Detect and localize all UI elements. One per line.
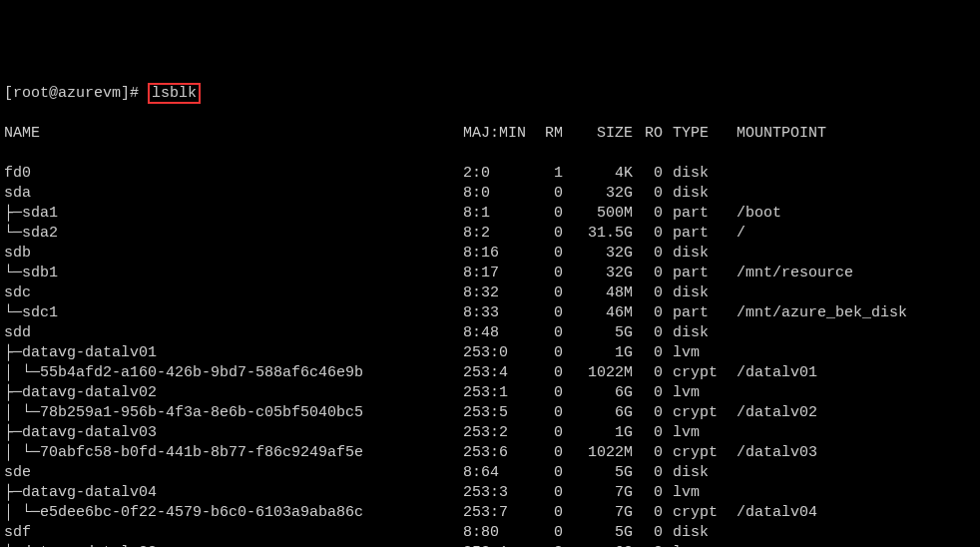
cell-rm: 0 (533, 283, 563, 303)
cell-majmin: 8:2 (463, 224, 533, 244)
cell-size: 32G (563, 244, 633, 264)
lsblk-row: │ └─55b4afd2-a160-426b-9bd7-588af6c46e9b… (4, 363, 976, 383)
cell-name: sda (4, 184, 463, 204)
cell-size: 500M (563, 204, 633, 224)
lsblk-row: ├─datavg-datalv02253:106G0lvm (4, 383, 976, 403)
cell-rm: 0 (533, 443, 563, 463)
cell-ro: 0 (633, 383, 663, 403)
lsblk-row: ├─datavg-datalv02253:106G0lvm (4, 543, 976, 547)
cell-mnt: /mnt/azure_bek_disk (723, 303, 907, 323)
lsblk-row: ├─datavg-datalv04253:307G0lvm (4, 483, 976, 503)
cell-name: │ └─e5dee6bc-0f22-4579-b6c0-6103a9aba86c (4, 503, 463, 523)
cell-ro: 0 (633, 184, 663, 204)
cell-ro: 0 (633, 164, 663, 184)
cell-ro: 0 (633, 323, 663, 343)
lsblk-row: └─sdc18:33046M0part/mnt/azure_bek_disk (4, 303, 976, 323)
cell-rm: 0 (533, 403, 563, 423)
cell-name: sde (4, 463, 463, 483)
cell-type: disk (663, 164, 723, 184)
lsblk-row: │ └─78b259a1-956b-4f3a-8e6b-c05bf5040bc5… (4, 403, 976, 423)
cell-rm: 0 (533, 463, 563, 483)
cell-mnt: /datalv01 (723, 363, 817, 383)
cell-type: crypt (663, 403, 723, 423)
cell-size: 5G (563, 463, 633, 483)
cell-size: 7G (563, 483, 633, 503)
cell-size: 1G (563, 423, 633, 443)
cell-mnt: /boot (723, 204, 781, 224)
cell-type: lvm (663, 423, 723, 443)
cell-ro: 0 (633, 443, 663, 463)
cell-rm: 0 (533, 343, 563, 363)
cell-size: 7G (563, 503, 633, 523)
cell-name: ├─datavg-datalv03 (4, 423, 463, 443)
cell-majmin: 8:1 (463, 204, 533, 224)
cell-ro: 0 (633, 303, 663, 323)
cell-ro: 0 (633, 283, 663, 303)
cell-majmin: 253:4 (463, 363, 533, 383)
cell-rm: 0 (533, 483, 563, 503)
cell-rm: 0 (533, 543, 563, 547)
cell-ro: 0 (633, 423, 663, 443)
cell-name: sdc (4, 283, 463, 303)
command-highlight: lsblk (148, 83, 201, 104)
cell-size: 1022M (563, 443, 633, 463)
lsblk-row: └─sda28:2031.5G0part/ (4, 224, 976, 244)
cell-name: │ └─78b259a1-956b-4f3a-8e6b-c05bf5040bc5 (4, 403, 463, 423)
cell-name: sdd (4, 323, 463, 343)
cell-majmin: 8:48 (463, 323, 533, 343)
cell-name: ├─datavg-datalv04 (4, 483, 463, 503)
hdr-type: TYPE (663, 124, 723, 144)
cell-type: part (663, 204, 723, 224)
cell-name: └─sda2 (4, 224, 463, 244)
cell-name: │ └─70abfc58-b0fd-441b-8b77-f86c9249af5e (4, 443, 463, 463)
cell-name: │ └─55b4afd2-a160-426b-9bd7-588af6c46e9b (4, 363, 463, 383)
cell-name: ├─datavg-datalv01 (4, 343, 463, 363)
cell-mnt: /datalv03 (723, 443, 817, 463)
cell-type: part (663, 224, 723, 244)
hdr-ro: RO (633, 124, 663, 144)
cell-ro: 0 (633, 543, 663, 547)
cell-ro: 0 (633, 244, 663, 264)
hdr-majmin: MAJ:MIN (463, 124, 533, 144)
cell-name: └─sdb1 (4, 264, 463, 283)
cell-size: 5G (563, 523, 633, 543)
cell-type: part (663, 264, 723, 283)
cell-majmin: 253:5 (463, 403, 533, 423)
cell-majmin: 253:1 (463, 383, 533, 403)
cell-size: 5G (563, 323, 633, 343)
cell-type: lvm (663, 343, 723, 363)
hdr-rm: RM (533, 124, 563, 144)
cell-name: ├─sda1 (4, 204, 463, 224)
lsblk-row: └─sdb18:17032G0part/mnt/resource (4, 264, 976, 283)
cell-size: 1022M (563, 363, 633, 383)
cell-rm: 0 (533, 264, 563, 283)
cell-type: disk (663, 523, 723, 543)
cell-mnt: /mnt/resource (723, 264, 853, 283)
cell-name: └─sdc1 (4, 303, 463, 323)
cell-rm: 0 (533, 184, 563, 204)
cell-type: lvm (663, 543, 723, 547)
cell-rm: 1 (533, 164, 563, 184)
cell-name: sdf (4, 523, 463, 543)
lsblk-row: sdc8:32048M0disk (4, 283, 976, 303)
cell-size: 6G (563, 403, 633, 423)
cell-rm: 0 (533, 363, 563, 383)
cell-size: 32G (563, 264, 633, 283)
cell-majmin: 8:33 (463, 303, 533, 323)
shell-prompt: [root@azurevm]# (4, 85, 148, 102)
cell-ro: 0 (633, 403, 663, 423)
cell-majmin: 8:64 (463, 463, 533, 483)
cell-type: disk (663, 283, 723, 303)
cell-mnt: /datalv04 (723, 503, 817, 523)
cell-rm: 0 (533, 503, 563, 523)
cell-type: crypt (663, 363, 723, 383)
hdr-mnt: MOUNTPOINT (723, 124, 826, 144)
cell-majmin: 253:7 (463, 503, 533, 523)
cell-majmin: 253:3 (463, 483, 533, 503)
cell-majmin: 8:0 (463, 184, 533, 204)
cell-rm: 0 (533, 383, 563, 403)
cell-type: disk (663, 323, 723, 343)
cell-size: 46M (563, 303, 633, 323)
hdr-name: NAME (4, 124, 463, 144)
cell-type: crypt (663, 503, 723, 523)
